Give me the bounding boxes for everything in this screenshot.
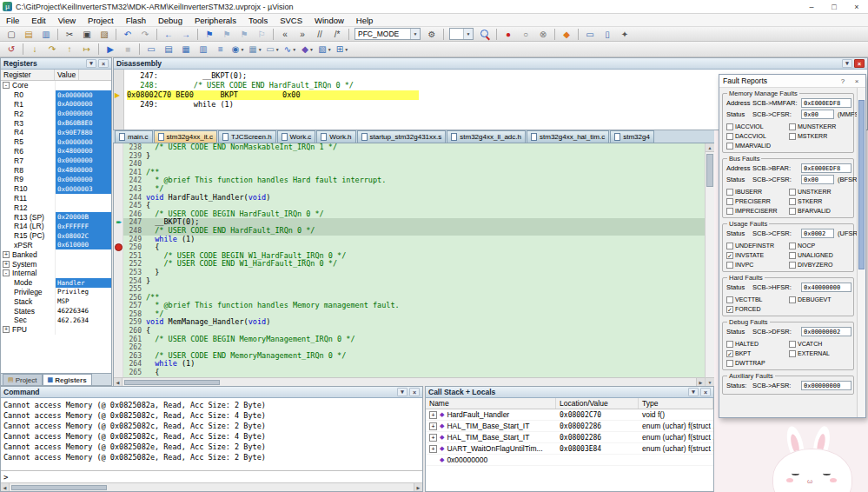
fault-checkbox-ibuserr[interactable]: IBUSERR bbox=[726, 188, 787, 196]
run-icon[interactable]: ▶ bbox=[103, 43, 118, 56]
checkbox-icon[interactable] bbox=[789, 341, 796, 348]
configure-uvision-icon[interactable]: ✦ bbox=[617, 28, 633, 41]
checkbox-icon[interactable]: ✓ bbox=[726, 252, 733, 259]
editor-line[interactable]: 255 bbox=[114, 285, 705, 294]
scrollbar-thumb[interactable] bbox=[706, 154, 713, 187]
disassembly-line[interactable]: 0x08002C70 BE00 BKPT 0x00 bbox=[127, 90, 419, 100]
editor-horizontal-scrollbar[interactable]: ◀ ▶ bbox=[114, 377, 705, 386]
checkbox-icon[interactable] bbox=[789, 123, 796, 130]
file-tab-stm32g4[interactable]: stm32g4 bbox=[610, 130, 654, 143]
scroll-right-icon[interactable]: ▶ bbox=[696, 378, 705, 386]
redo-icon[interactable]: ↷ bbox=[137, 28, 153, 41]
expander-icon[interactable]: + bbox=[3, 326, 10, 333]
panel-tab-registers[interactable]: ▦Registers bbox=[43, 374, 92, 385]
cut-icon[interactable]: ✂ bbox=[62, 28, 77, 41]
fault-checkbox-external[interactable]: EXTERNAL bbox=[789, 349, 850, 357]
scroll-left-icon[interactable]: ◀ bbox=[1, 483, 10, 491]
fault-value-field[interactable]: 0xE000EDF8 bbox=[801, 163, 851, 173]
fault-checkbox-preciserr[interactable]: PRECISERR bbox=[726, 197, 787, 205]
callstack-row[interactable]: +◆HAL_TIM_Base_Start_IT0x08002286enum (u… bbox=[426, 432, 713, 443]
fault-checkbox-halted[interactable]: HALTED bbox=[726, 340, 787, 348]
checkbox-icon[interactable] bbox=[789, 296, 796, 303]
checkbox-icon[interactable] bbox=[789, 189, 796, 196]
chevron-down-icon[interactable]: ▼ bbox=[240, 47, 244, 52]
register-group-row[interactable]: -Core bbox=[1, 81, 111, 90]
callstack-row[interactable]: +◆UART_WaitOnFlagUntilTim...0x08003E84en… bbox=[426, 443, 713, 455]
stop-icon[interactable]: ■ bbox=[120, 43, 136, 56]
checkbox-icon[interactable] bbox=[726, 341, 733, 348]
register-row[interactable]: PrivilegePrivileg bbox=[1, 288, 111, 297]
column-value[interactable]: Value bbox=[55, 70, 79, 80]
fault-value-field[interactable]: 0x00000000 bbox=[801, 381, 851, 390]
fault-checkbox-bkpt[interactable]: ✓BKPT bbox=[726, 349, 787, 357]
editor-line[interactable]: 264 while (1) bbox=[114, 360, 705, 369]
register-row[interactable]: R20x0000000 bbox=[1, 109, 111, 118]
editor-lines[interactable]: 238 /* USER CODE END NonMaskableInt_IRQn… bbox=[114, 143, 705, 377]
editor-line[interactable]: 249 while (1) bbox=[114, 236, 705, 244]
fault-value-field[interactable]: 0x00 bbox=[801, 110, 834, 119]
find-combo[interactable]: ▼ bbox=[449, 28, 474, 40]
chevron-down-icon[interactable]: ▼ bbox=[258, 47, 262, 52]
open-file-icon[interactable]: ▤ bbox=[21, 28, 36, 41]
file-tab-startup-stm32g431xx-s[interactable]: startup_stm32g431xx.s bbox=[357, 130, 447, 143]
toolbox-icon[interactable]: ⊞▼ bbox=[335, 43, 350, 56]
checkbox-icon[interactable] bbox=[726, 143, 733, 150]
menu-help[interactable]: Help bbox=[350, 14, 380, 26]
editor-line[interactable]: 261 /* USER CODE BEGIN MemoryManagement_… bbox=[114, 336, 705, 344]
fault-checkbox-mmarvalid[interactable]: MMARVALID bbox=[726, 142, 787, 150]
menu-file[interactable]: File bbox=[0, 14, 25, 26]
column-type[interactable]: Type bbox=[639, 398, 713, 409]
register-row[interactable]: xPSR0x610000 bbox=[1, 241, 111, 250]
fault-checkbox-unaligned[interactable]: UNALIGNED bbox=[789, 251, 850, 259]
fault-checkbox-debugevt[interactable]: DEBUGEVT bbox=[789, 296, 850, 303]
comment-selection-icon[interactable]: // bbox=[312, 28, 328, 41]
trace-window-toggle-icon[interactable]: ◆▼ bbox=[300, 43, 315, 56]
indent-icon[interactable]: » bbox=[295, 28, 310, 41]
editor-line[interactable]: 240 bbox=[114, 160, 705, 169]
fault-checkbox-iaccviol[interactable]: IACCVIOL bbox=[726, 123, 787, 130]
checkbox-icon[interactable] bbox=[726, 198, 733, 205]
fault-checkbox-vecttbl[interactable]: VECTTBL bbox=[726, 296, 787, 303]
project-window-toggle-icon[interactable]: ▭ bbox=[582, 28, 598, 41]
register-group-row[interactable]: -Internal bbox=[1, 269, 111, 278]
current-statement-icon[interactable]: ▶▶ bbox=[114, 218, 123, 227]
editor-line[interactable]: 248 /* USER CODE END HardFault_IRQn 0 */ bbox=[114, 227, 705, 236]
serial-window-toggle-icon[interactable]: ▭▼ bbox=[265, 43, 281, 56]
reset-cpu-icon[interactable]: ↺ bbox=[3, 43, 19, 56]
close-icon[interactable]: × bbox=[700, 388, 711, 396]
expander-icon[interactable]: - bbox=[3, 82, 10, 89]
editor-line[interactable]: 244void HardFault_Handler(void) bbox=[114, 194, 705, 203]
command-window-toggle-icon[interactable]: ▭ bbox=[143, 43, 159, 56]
callstack-row[interactable]: +◆HAL_TIM_Base_Start_IT0x08002286enum (u… bbox=[426, 421, 713, 432]
close-icon[interactable]: × bbox=[98, 59, 109, 68]
maximize-button[interactable]: □ bbox=[823, 0, 845, 13]
editor-line[interactable]: 254} bbox=[114, 277, 705, 286]
checkbox-icon[interactable] bbox=[726, 262, 733, 269]
kill-all-breakpoints-icon[interactable]: ⊗ bbox=[535, 28, 551, 41]
close-button[interactable]: × bbox=[845, 0, 868, 13]
scrollbar-thumb[interactable] bbox=[11, 485, 107, 490]
editor-line[interactable]: 265 { bbox=[114, 369, 705, 377]
pin-icon[interactable]: ▾ bbox=[397, 388, 407, 396]
configure-target-icon[interactable]: ⚙ bbox=[424, 28, 440, 41]
file-tab-work-c[interactable]: Work.c bbox=[277, 130, 316, 143]
menu-svcs[interactable]: SVCS bbox=[274, 14, 308, 26]
command-horizontal-scrollbar[interactable]: ◀ ▶ bbox=[1, 482, 422, 491]
editor-line[interactable]: 246 /* USER CODE BEGIN HardFault_IRQn 0 … bbox=[114, 210, 705, 219]
expander-icon[interactable]: + bbox=[429, 411, 437, 419]
register-row[interactable]: R12 bbox=[1, 203, 111, 212]
expander-icon[interactable]: + bbox=[429, 434, 437, 442]
paste-icon[interactable]: ▨ bbox=[96, 28, 112, 41]
checkbox-icon[interactable] bbox=[789, 208, 796, 215]
file-tab-work-h[interactable]: Work.h bbox=[316, 130, 355, 143]
register-row[interactable]: R30xB60B8E0 bbox=[1, 118, 111, 128]
checkbox-icon[interactable] bbox=[726, 208, 733, 215]
fault-checkbox-stkerr[interactable]: STKERR bbox=[789, 197, 850, 205]
fault-reports-titlebar[interactable]: Fault Reports ? × bbox=[719, 75, 865, 88]
editor-line[interactable]: 252 /* USER CODE END W1_HardFault_IRQn 0… bbox=[114, 260, 705, 269]
register-group-row[interactable]: +System bbox=[1, 259, 111, 269]
menu-tools[interactable]: Tools bbox=[242, 14, 274, 26]
disassembly-window-toggle-icon[interactable]: ▤ bbox=[161, 43, 176, 56]
register-row[interactable]: R100x0000003 bbox=[1, 184, 111, 194]
register-row[interactable]: R13 (SP)0x20000B bbox=[1, 212, 111, 222]
